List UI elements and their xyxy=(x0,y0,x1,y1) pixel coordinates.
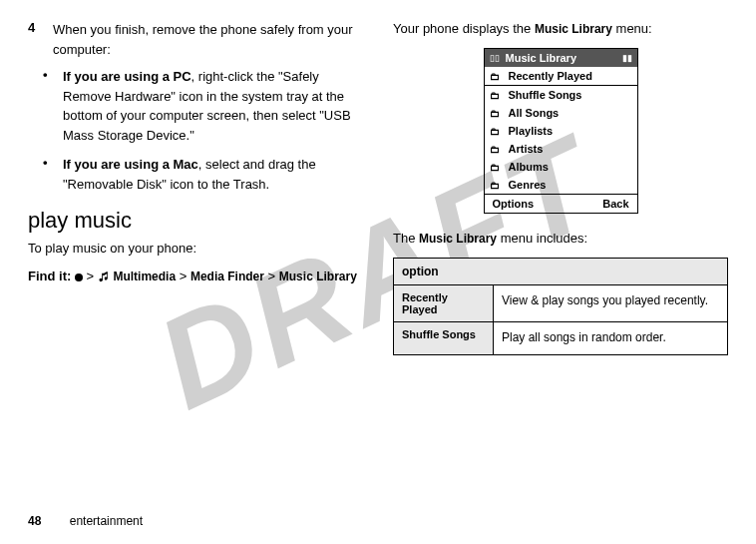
intro-bold: Music Library xyxy=(535,22,612,36)
intro-pre: Your phone displays the xyxy=(393,21,535,36)
signal-icon: ▯▯ xyxy=(490,53,500,63)
findit-multimedia: Multimedia xyxy=(113,270,176,283)
folder-icon: 🗀 xyxy=(490,180,504,191)
menu-item-recently-played: 🗀 Recently Played xyxy=(485,67,637,86)
table-row: Shuffle Songs Play all songs in random o… xyxy=(394,322,728,354)
includes-bold: Music Library xyxy=(419,232,497,246)
menu-item-playlists: 🗀 Playlists xyxy=(485,122,637,140)
phone-display-intro: Your phone displays the Music Library me… xyxy=(393,20,728,38)
row1-label: Recently Played xyxy=(394,285,494,322)
step-number: 4 xyxy=(28,20,43,59)
menu-label: All Songs xyxy=(509,107,560,119)
row2-label: Shuffle Songs xyxy=(394,322,494,354)
battery-icon: ▮▮ xyxy=(622,53,632,63)
menu-item-artists: 🗀 Artists xyxy=(485,140,637,158)
findit-musiclibrary: Music Library xyxy=(279,270,357,283)
find-it-label: Find it: xyxy=(28,269,71,283)
phone-header: ▯▯ Music Library ▮▮ xyxy=(485,49,637,67)
phone-softkeys: Options Back xyxy=(485,194,637,213)
step-text: When you finish, remove the phone safely… xyxy=(53,20,363,59)
phone-menu-screenshot: ▯▯ Music Library ▮▮ 🗀 Recently Played 🗀 … xyxy=(484,48,638,214)
menu-label: Shuffle Songs xyxy=(509,89,582,101)
bullet-pc-text: If you are using a PC, right-click the "… xyxy=(63,67,363,145)
footer-section: entertainment xyxy=(70,514,143,528)
page-footer: 48 entertainment xyxy=(28,514,143,528)
includes-pre: The xyxy=(393,231,419,246)
menu-label: Albums xyxy=(509,161,549,173)
folder-icon: 🗀 xyxy=(490,71,504,82)
softkey-left: Options xyxy=(493,198,535,210)
folder-icon: 🗀 xyxy=(490,90,504,101)
menu-item-albums: 🗀 Albums xyxy=(485,158,637,176)
findit-mediafinder: Media Finder xyxy=(190,270,264,283)
menu-label: Artists xyxy=(509,143,544,155)
menu-item-allsongs: 🗀 All Songs xyxy=(485,104,637,122)
option-table: option Recently Played View & play songs… xyxy=(393,258,728,354)
menu-item-genres: 🗀 Genres xyxy=(485,176,637,194)
folder-icon: 🗀 xyxy=(490,162,504,173)
table-header-option: option xyxy=(394,259,728,285)
multimedia-icon: 🎜 xyxy=(98,270,110,283)
right-column: Your phone displays the Music Library me… xyxy=(393,20,728,355)
section-play-music: play music xyxy=(28,208,363,234)
folder-icon: 🗀 xyxy=(490,126,504,137)
bullet-dot: • xyxy=(43,155,53,194)
includes-post: menu includes: xyxy=(497,231,587,246)
table-row: Recently Played View & play songs you pl… xyxy=(394,285,728,322)
find-it-line: Find it: > 🎜 Multimedia > Media Finder >… xyxy=(28,268,363,285)
bullet-mac-text: If you are using a Mac, select and drag … xyxy=(63,155,363,194)
folder-icon: 🗀 xyxy=(490,144,504,155)
bullet-mac: • If you are using a Mac, select and dra… xyxy=(43,155,363,194)
nav-arrow: > xyxy=(180,269,190,283)
bullet-mac-prefix: If you are using a Mac xyxy=(63,157,198,172)
menu-includes-desc: The Music Library menu includes: xyxy=(393,230,728,248)
step-4: 4 When you finish, remove the phone safe… xyxy=(28,20,363,59)
nav-arrow: > xyxy=(268,269,279,283)
row1-desc: View & play songs you played recently. xyxy=(494,285,728,322)
menu-label: Genres xyxy=(509,179,547,191)
folder-icon: 🗀 xyxy=(490,108,504,119)
play-music-intro: To play music on your phone: xyxy=(28,240,363,258)
page-number: 48 xyxy=(28,514,41,528)
bullet-pc-prefix: If you are using a PC xyxy=(63,69,191,84)
nav-key-icon xyxy=(75,273,83,281)
phone-title: Music Library xyxy=(506,52,622,64)
menu-label: Recently Played xyxy=(509,70,592,82)
intro-suffix: menu: xyxy=(612,21,652,36)
row2-desc: Play all songs in random order. xyxy=(494,322,728,354)
softkey-right: Back xyxy=(602,198,628,210)
left-column: 4 When you finish, remove the phone safe… xyxy=(28,20,363,355)
bullet-dot: • xyxy=(43,67,53,145)
bullet-pc: • If you are using a PC, right-click the… xyxy=(43,67,363,145)
nav-arrow: > xyxy=(87,269,98,283)
menu-item-shuffle: 🗀 Shuffle Songs xyxy=(485,86,637,104)
menu-label: Playlists xyxy=(509,125,554,137)
